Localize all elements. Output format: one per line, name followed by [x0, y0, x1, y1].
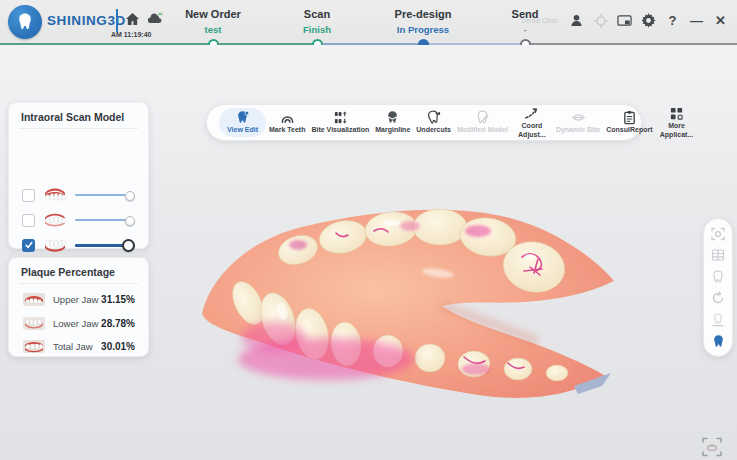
home-button[interactable] [123, 10, 141, 27]
panel-title: Plaque Percentage [9, 258, 148, 283]
brand-name: SHINING3D [47, 13, 126, 28]
plaque-percentage-panel: Plaque Percentage Upper Jaw 31.15% [8, 257, 149, 357]
lower-jaw-thumbnail-icon [23, 317, 45, 330]
panel-separator [19, 283, 138, 284]
cloud-sync-button[interactable] [146, 10, 164, 27]
upper-jaw-thumbnail-icon [23, 293, 45, 306]
tool-label: Dynamic Bite [556, 126, 600, 134]
step-label: New Order [165, 8, 261, 20]
lower-jaw-checkbox[interactable] [22, 239, 35, 252]
panel-title: Intraoral Scan Model [9, 103, 148, 128]
tool-label: Bite Visualization [311, 126, 369, 134]
tool-label: More Applicat... [659, 122, 695, 138]
fit-capture-button[interactable] [700, 435, 724, 459]
step-scan[interactable]: Scan Finish [269, 8, 365, 35]
side-toolbar [703, 218, 733, 357]
close-button[interactable]: ✕ [713, 13, 728, 28]
user-icon [570, 14, 583, 27]
help-button[interactable]: ? [665, 13, 680, 28]
slider-track[interactable] [75, 194, 132, 196]
tool-view-edit[interactable]: View Edit [219, 108, 266, 136]
step-label: Pre-design [375, 8, 471, 20]
upper-jaw-checkbox[interactable] [22, 189, 35, 202]
bite-visualization-icon [333, 110, 348, 125]
home-icon [125, 12, 140, 26]
minimize-button[interactable]: — [689, 13, 704, 28]
tooth-chart-icon[interactable] [711, 248, 726, 263]
header-divider [116, 9, 118, 32]
tool-marginline[interactable]: Marginline [372, 108, 413, 136]
lower-jaw-opacity-slider[interactable] [75, 239, 135, 251]
tool-label: Modified Model [457, 126, 508, 134]
plaque-value: 28.78% [101, 318, 135, 329]
slider-thumb[interactable] [122, 239, 135, 252]
tool-label: ConsulReport [606, 126, 652, 134]
modified-model-icon [475, 110, 490, 125]
step-status: Finish [269, 24, 365, 35]
clinic-name: Dental Clinic [522, 17, 559, 24]
occlusion-checkbox[interactable] [22, 214, 35, 227]
plaque-row-lower: Lower Jaw 28.78% [23, 314, 135, 332]
tool-modified-model[interactable]: Modified Model [454, 108, 511, 136]
intraoral-3d-model[interactable] [178, 187, 623, 427]
screenshot-button[interactable] [617, 13, 632, 28]
scan-row-occlusion [22, 208, 135, 232]
total-jaw-thumbnail-icon [23, 340, 45, 353]
scan-row-lower-jaw [22, 233, 135, 257]
tool-dynamic-bite[interactable]: Dynamic Bite [553, 108, 603, 136]
check-icon [25, 241, 33, 249]
plaque-row-upper: Upper Jaw 31.15% [23, 290, 135, 308]
tool-label: Mark Teeth [269, 126, 305, 134]
upper-jaw-opacity-slider[interactable] [75, 189, 135, 201]
view-edit-icon [235, 110, 250, 125]
tool-label: View Edit [227, 126, 258, 134]
tool-toolbar: View Edit Mark Teeth Bite Visualization [206, 104, 642, 141]
dynamic-bite-icon [571, 110, 586, 125]
capture-tooth-icon[interactable] [711, 226, 726, 241]
tooth-outline-icon[interactable] [711, 269, 726, 284]
brand-tooth-logo-icon [8, 5, 42, 39]
marginline-icon [385, 110, 400, 125]
plaque-label: Upper Jaw [53, 294, 98, 305]
upper-jaw-icon [42, 187, 68, 203]
coord-adjust-icon [524, 106, 539, 121]
screenshot-icon [617, 14, 632, 27]
settings-button[interactable] [641, 13, 656, 28]
tool-label: Coord Adjust... [514, 122, 550, 138]
user-account-button[interactable] [569, 13, 584, 28]
tool-mark-teeth[interactable]: Mark Teeth [266, 108, 308, 136]
lower-jaw-icon [42, 237, 68, 253]
tool-more-applications[interactable]: More Applicat... [656, 104, 698, 140]
undercuts-icon [426, 110, 441, 125]
tool-coord-adjust[interactable]: Coord Adjust... [511, 104, 553, 140]
occlusion-opacity-slider[interactable] [75, 214, 135, 226]
step-new-order[interactable]: New Order test [165, 8, 261, 35]
intraoral-scan-model-panel: Intraoral Scan Model [8, 102, 149, 249]
slider-track[interactable] [75, 219, 132, 221]
occlusal-plane-icon[interactable] [711, 312, 726, 327]
more-applications-icon [669, 106, 684, 121]
locate-button[interactable] [593, 13, 608, 28]
slider-thumb[interactable] [125, 191, 135, 201]
fit-capture-icon [701, 436, 723, 458]
slider-thumb[interactable] [125, 216, 135, 226]
plaque-value: 31.15% [101, 294, 135, 305]
tool-consul-report[interactable]: ConsulReport [603, 108, 655, 136]
clock-time: AM 11:19:40 [111, 31, 151, 38]
plaque-label: Total Jaw [53, 341, 93, 352]
step-pre-design[interactable]: Pre-design In Progress [375, 8, 471, 35]
plaque-value: 30.01% [101, 341, 135, 352]
viewport-3d[interactable]: View Edit Mark Teeth Bite Visualization [0, 45, 737, 460]
plaque-label: Lower Jaw [53, 318, 98, 329]
consul-report-icon [622, 110, 637, 125]
tool-bite-visualization[interactable]: Bite Visualization [308, 108, 372, 136]
scan-row-upper-jaw [22, 183, 135, 207]
header: SHINING3D AM 11:19:40 New Order test Sca… [0, 0, 737, 45]
step-label: Scan [269, 8, 365, 20]
mark-teeth-icon [280, 110, 295, 125]
reset-view-icon[interactable] [711, 291, 726, 306]
tooth-active-icon[interactable] [711, 334, 726, 349]
step-status: test [165, 24, 261, 35]
tool-undercuts[interactable]: Undercuts [413, 108, 454, 136]
cloud-wifi-icon [146, 11, 164, 27]
